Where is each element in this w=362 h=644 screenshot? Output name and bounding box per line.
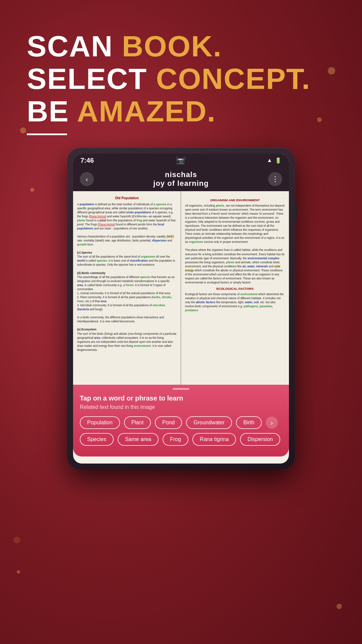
menu-button[interactable]: ⋮ xyxy=(268,172,282,186)
chip-rana-tigrina[interactable]: Rana tigrina xyxy=(192,433,236,446)
right-page-text-1: All organisms, including plants, are not… xyxy=(185,204,285,284)
chevron-right-icon: › xyxy=(271,419,273,427)
hero-line-1: SCAN BOOK. xyxy=(27,30,335,63)
hero-book: BOOK. xyxy=(122,30,222,63)
status-icons: ▲ 🔋 xyxy=(267,157,282,164)
back-button[interactable]: ‹ xyxy=(80,172,94,186)
tablet-cameras xyxy=(176,156,186,160)
hero-be: BE xyxy=(27,95,77,128)
tablet-body: 7:46 📷 ▲ 🔋 ‹ nischals joy of learning ⋮ xyxy=(67,148,295,470)
chips-row-2: Species Same area Frog Rana tigrina Disp… xyxy=(80,433,282,446)
drag-handle xyxy=(173,388,189,390)
tap-instruction: Tap on a word or phrase to learn xyxy=(80,394,282,402)
chips-row-1: Population Plant Pond Groundwater Birth … xyxy=(80,416,282,429)
chip-plant[interactable]: Plant xyxy=(124,416,151,429)
battery-icon: 🔋 xyxy=(275,157,282,164)
hero-section: SCAN BOOK. SELECT CONCEPT. BE AMAZED. xyxy=(27,30,335,135)
chip-groundwater[interactable]: Groundwater xyxy=(186,416,232,429)
home-bar xyxy=(161,460,201,462)
hero-divider xyxy=(27,133,67,135)
camera-dot-1 xyxy=(176,156,179,160)
home-indicator xyxy=(73,457,289,464)
chip-dispersion[interactable]: Dispersion xyxy=(240,433,280,446)
hero-concept: CONCEPT. xyxy=(156,62,311,95)
chip-same-area[interactable]: Same area xyxy=(118,433,159,446)
back-icon: ‹ xyxy=(86,175,88,183)
chips-next-button[interactable]: › xyxy=(266,417,278,429)
tablet-screen: 7:46 📷 ▲ 🔋 ‹ nischals joy of learning ⋮ xyxy=(73,154,289,464)
chip-frog[interactable]: Frog xyxy=(163,433,188,446)
hero-scan: SCAN xyxy=(27,30,122,63)
hero-line-2: SELECT CONCEPT. xyxy=(27,63,335,95)
app-title-block: nischals joy of learning xyxy=(153,170,208,188)
app-header: ‹ nischals joy of learning ⋮ xyxy=(73,167,289,191)
chip-population[interactable]: Population xyxy=(80,416,120,429)
right-section-title-1: ORGANISM AND ENVIRONMENT xyxy=(185,198,285,203)
book-spine xyxy=(180,191,182,385)
camera-dot-2 xyxy=(183,156,186,160)
chip-species[interactable]: Species xyxy=(80,433,114,446)
status-bar: 7:46 📷 ▲ 🔋 xyxy=(73,154,289,167)
menu-dots-icon: ⋮ xyxy=(272,175,279,183)
book-page-left: Old Population A population is defined a… xyxy=(73,191,181,385)
hero-amazed: AMAZED. xyxy=(77,95,216,128)
left-page-text: A population is defined as the total num… xyxy=(77,202,177,352)
book-page-right: ORGANISM AND ENVIRONMENT All organisms, … xyxy=(181,191,289,385)
app-title: nischals xyxy=(153,170,208,179)
status-time: 7:46 xyxy=(80,157,94,164)
wifi-icon: ▲ xyxy=(267,157,272,163)
related-text-label: Related text found in this image xyxy=(80,404,282,410)
hero-line-3: BE AMAZED. xyxy=(27,95,335,128)
book-content-area: Old Population A population is defined a… xyxy=(73,191,289,385)
chip-pond[interactable]: Pond xyxy=(155,416,182,429)
bottom-panel: Tap on a word or phrase to learn Related… xyxy=(73,385,289,457)
hero-select: SELECT xyxy=(27,62,156,95)
tablet-device: 7:46 📷 ▲ 🔋 ‹ nischals joy of learning ⋮ xyxy=(67,148,295,470)
right-section-title-2: ECOLOGICAL FACTORS xyxy=(185,286,285,291)
app-subtitle: joy of learning xyxy=(153,179,208,187)
right-page-text-2: Ecological factors are those components … xyxy=(185,292,285,312)
left-page-heading: Old Population xyxy=(77,196,177,201)
tablet-side-button xyxy=(295,201,297,221)
chip-birth[interactable]: Birth xyxy=(236,416,262,429)
